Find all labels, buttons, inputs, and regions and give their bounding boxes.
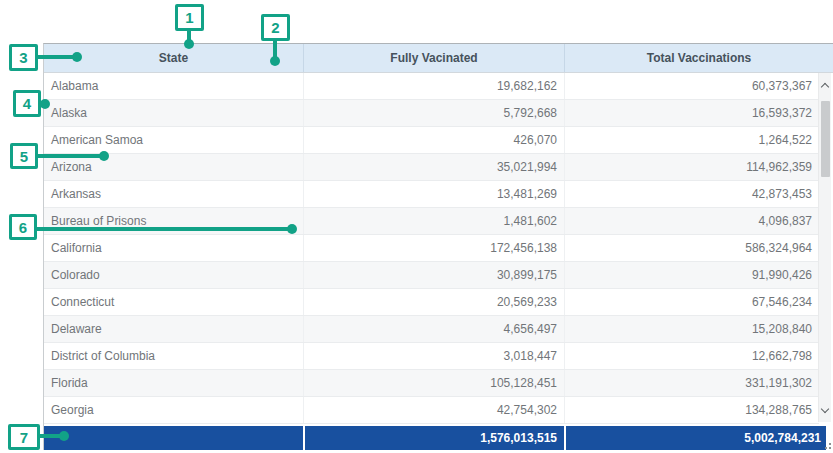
total-vaccinations-cell: 42,873,453 bbox=[564, 181, 819, 207]
fully-vaccinated-cell: 172,456,138 bbox=[303, 235, 564, 261]
table-row[interactable]: Delaware 4,656,497 15,208,840 bbox=[44, 316, 819, 343]
total-vaccinations-cell: 1,264,522 bbox=[564, 127, 819, 153]
resize-grip-icon[interactable] bbox=[823, 443, 831, 451]
annotation-dot-3 bbox=[72, 52, 82, 62]
table-row[interactable]: Florida 105,128,451 331,191,302 bbox=[44, 370, 819, 397]
annotation-dot-5 bbox=[99, 151, 109, 161]
state-cell: Delaware bbox=[44, 316, 303, 342]
fully-vaccinated-cell: 426,070 bbox=[303, 127, 564, 153]
table-row[interactable]: District of Columbia 3,018,447 12,662,79… bbox=[44, 343, 819, 370]
table-row[interactable]: Georgia 42,754,302 134,288,765 bbox=[44, 397, 819, 424]
annotation-marker-2: 2 bbox=[261, 14, 290, 41]
total-vaccinations-cell: 60,373,367 bbox=[564, 73, 819, 99]
total-vaccinations-cell: 12,662,798 bbox=[564, 343, 819, 369]
state-cell: Florida bbox=[44, 370, 303, 396]
column-header-total-vaccinations[interactable]: Total Vaccinations bbox=[564, 44, 833, 72]
vertical-scrollbar[interactable] bbox=[818, 73, 831, 422]
total-vaccinations-cell: 67,546,234 bbox=[564, 289, 819, 315]
total-fully-vaccinated: 1,576,013,515 bbox=[303, 426, 564, 450]
annotation-stem-5 bbox=[36, 154, 104, 158]
state-cell: Arkansas bbox=[44, 181, 303, 207]
total-vaccinations-cell: 4,096,837 bbox=[564, 208, 819, 234]
table-header-row: State Fully Vacinated Total Vaccinations bbox=[44, 44, 833, 73]
table-row[interactable]: Alabama 19,682,162 60,373,367 bbox=[44, 73, 819, 100]
annotation-dot-1 bbox=[184, 39, 194, 49]
total-vaccinations-cell: 586,324,964 bbox=[564, 235, 819, 261]
annotated-vaccination-table-screenshot: State Fully Vacinated Total Vaccinations… bbox=[0, 0, 833, 453]
annotation-dot-2 bbox=[270, 56, 280, 66]
state-cell: Colorado bbox=[44, 262, 303, 288]
total-row-state-cell bbox=[44, 426, 303, 450]
total-vaccinations-cell: 114,962,359 bbox=[564, 154, 819, 180]
state-cell: Georgia bbox=[44, 397, 303, 423]
total-vaccinations-cell: 15,208,840 bbox=[564, 316, 819, 342]
total-vaccinations-cell: 134,288,765 bbox=[564, 397, 819, 423]
state-cell: California bbox=[44, 235, 303, 261]
grip-dots bbox=[829, 443, 831, 445]
table-row[interactable]: Arkansas 13,481,269 42,873,453 bbox=[44, 181, 819, 208]
chevron-up-icon bbox=[821, 82, 829, 90]
state-cell: District of Columbia bbox=[44, 343, 303, 369]
column-header-fully-vaccinated[interactable]: Fully Vacinated bbox=[303, 44, 564, 72]
fully-vaccinated-cell: 19,682,162 bbox=[303, 73, 564, 99]
table-row[interactable]: Arizona 35,021,994 114,962,359 bbox=[44, 154, 819, 181]
fully-vaccinated-cell: 20,569,233 bbox=[303, 289, 564, 315]
annotation-marker-5: 5 bbox=[10, 143, 38, 169]
fully-vaccinated-cell: 42,754,302 bbox=[303, 397, 564, 423]
fully-vaccinated-cell: 4,656,497 bbox=[303, 316, 564, 342]
table-row[interactable]: Colorado 30,899,175 91,990,426 bbox=[44, 262, 819, 289]
fully-vaccinated-cell: 1,481,602 bbox=[303, 208, 564, 234]
total-vaccinations-cell: 331,191,302 bbox=[564, 370, 819, 396]
column-header-state[interactable]: State bbox=[44, 44, 303, 72]
scrollbar-thumb[interactable] bbox=[821, 101, 830, 177]
total-row: 1,576,013,515 5,002,784,231 bbox=[44, 426, 826, 450]
chevron-down-icon bbox=[821, 404, 829, 412]
annotation-stem-6 bbox=[35, 227, 292, 231]
table-row[interactable]: California 172,456,138 586,324,964 bbox=[44, 235, 819, 262]
scroll-down-button[interactable] bbox=[819, 402, 831, 418]
table-body: Alabama 19,682,162 60,373,367 Alaska 5,7… bbox=[44, 73, 833, 424]
table-rows: Alabama 19,682,162 60,373,367 Alaska 5,7… bbox=[44, 73, 819, 424]
fully-vaccinated-cell: 105,128,451 bbox=[303, 370, 564, 396]
total-vaccinations-cell: 16,593,372 bbox=[564, 100, 819, 126]
annotation-marker-3: 3 bbox=[9, 44, 38, 71]
scroll-up-button[interactable] bbox=[819, 77, 831, 93]
annotation-dot-4 bbox=[40, 99, 50, 109]
table-row[interactable]: Connecticut 20,569,233 67,546,234 bbox=[44, 289, 819, 316]
total-vaccinations-cell: 91,990,426 bbox=[564, 262, 819, 288]
vaccination-table: State Fully Vacinated Total Vaccinations… bbox=[43, 43, 833, 450]
annotation-stem-3 bbox=[36, 55, 77, 59]
fully-vaccinated-cell: 13,481,269 bbox=[303, 181, 564, 207]
fully-vaccinated-cell: 35,021,994 bbox=[303, 154, 564, 180]
annotation-marker-4: 4 bbox=[13, 90, 41, 117]
annotation-marker-1: 1 bbox=[175, 4, 204, 31]
annotation-marker-6: 6 bbox=[9, 214, 37, 240]
total-vaccinations-sum: 5,002,784,231 bbox=[564, 426, 826, 450]
state-cell: Connecticut bbox=[44, 289, 303, 315]
fully-vaccinated-cell: 30,899,175 bbox=[303, 262, 564, 288]
state-cell: American Samoa bbox=[44, 127, 303, 153]
annotation-dot-6 bbox=[287, 224, 297, 234]
state-cell: Alaska bbox=[44, 100, 303, 126]
annotation-dot-7 bbox=[59, 431, 69, 441]
fully-vaccinated-cell: 3,018,447 bbox=[303, 343, 564, 369]
state-cell: Alabama bbox=[44, 73, 303, 99]
fully-vaccinated-cell: 5,792,668 bbox=[303, 100, 564, 126]
table-row[interactable]: American Samoa 426,070 1,264,522 bbox=[44, 127, 819, 154]
table-row[interactable]: Alaska 5,792,668 16,593,372 bbox=[44, 100, 819, 127]
annotation-marker-7: 7 bbox=[8, 424, 40, 450]
